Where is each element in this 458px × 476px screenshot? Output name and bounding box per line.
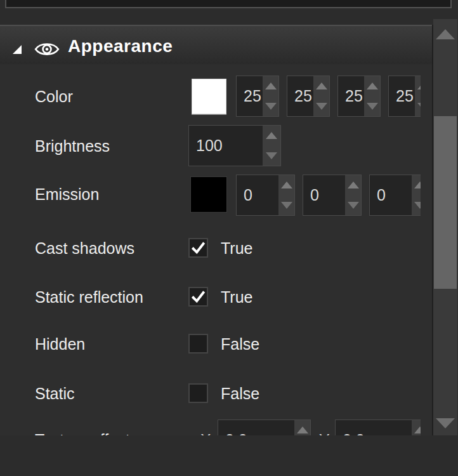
up-arrow-icon: [414, 426, 421, 433]
checkmark-icon: [191, 289, 206, 304]
down-arrow-icon: [367, 103, 378, 110]
texture-offset-x-label: X:: [200, 429, 216, 435]
spin-down-button[interactable]: [278, 195, 294, 216]
scrollbar-thumb[interactable]: [434, 116, 457, 289]
static-value: False: [221, 383, 259, 404]
emission-spinner-r[interactable]: 0: [236, 175, 295, 216]
static-label: Static: [35, 383, 75, 404]
emission-spinner-g[interactable]: 0: [303, 175, 362, 216]
up-arrow-icon: [281, 182, 292, 188]
scrollbar-up-arrow-icon[interactable]: [436, 29, 455, 39]
color-spinner-g[interactable]: 25: [287, 76, 330, 117]
up-arrow-icon: [316, 83, 327, 89]
spin-down-button[interactable]: [263, 146, 280, 166]
color-spinner-b[interactable]: 25: [337, 76, 381, 117]
up-arrow-icon: [414, 182, 421, 188]
hidden-label: Hidden: [35, 333, 85, 355]
down-arrow-icon: [348, 202, 359, 209]
down-arrow-icon: [414, 202, 421, 209]
static-reflection-value: True: [221, 286, 252, 308]
color-swatch[interactable]: [192, 79, 226, 114]
down-arrow-icon: [417, 103, 421, 110]
spin-up-button[interactable]: [364, 76, 380, 96]
brightness-label: Brightness: [35, 135, 110, 157]
spin-down-button[interactable]: [412, 195, 421, 216]
up-arrow-icon: [348, 182, 359, 188]
appearance-panel: Appearance Color 25 25 25 25: [0, 25, 432, 435]
spin-up-button[interactable]: [345, 175, 361, 195]
texture-offset-label: Texture offset: [35, 429, 130, 435]
texture-offset-x-spinner[interactable]: 0.0: [218, 420, 311, 435]
cast-shadows-label: Cast shadows: [35, 237, 134, 259]
brightness-spinner[interactable]: 100: [188, 125, 281, 166]
down-arrow-icon: [265, 103, 277, 110]
scrollbar-down-arrow-icon[interactable]: [436, 418, 455, 428]
spin-up-button[interactable]: [278, 175, 294, 195]
spin-up-button[interactable]: [294, 420, 310, 435]
emission-spinner-b[interactable]: 0: [369, 175, 421, 216]
cast-shadows-value: True: [221, 237, 252, 259]
cast-shadows-checkbox[interactable]: [188, 238, 208, 258]
color-spinner-a[interactable]: 25: [388, 76, 421, 117]
up-arrow-icon: [266, 132, 277, 139]
spin-down-button[interactable]: [313, 96, 329, 117]
spin-up-button[interactable]: [263, 76, 278, 96]
section-title: Appearance: [68, 34, 173, 58]
eye-icon: [34, 41, 60, 57]
texture-offset-y-spinner[interactable]: 0.0: [335, 420, 421, 435]
vertical-scrollbar[interactable]: [433, 19, 457, 435]
down-arrow-icon: [266, 152, 277, 159]
spin-up-button[interactable]: [263, 126, 280, 146]
color-label: Color: [35, 86, 73, 107]
spin-down-button[interactable]: [415, 96, 421, 117]
emission-label: Emission: [35, 183, 99, 205]
checkmark-icon: [191, 241, 206, 255]
emission-swatch[interactable]: [190, 176, 227, 213]
spin-down-button[interactable]: [345, 195, 361, 216]
down-arrow-icon: [281, 202, 292, 209]
texture-offset-y-label: Y:: [319, 429, 333, 435]
static-checkbox[interactable]: [188, 383, 208, 403]
appearance-section-header[interactable]: Appearance: [0, 26, 432, 64]
static-reflection-label: Static reflection: [35, 286, 143, 308]
previous-control-edge: [5, 0, 452, 8]
spin-up-button[interactable]: [313, 76, 329, 96]
hidden-value: False: [221, 333, 259, 355]
color-spinner-r[interactable]: 25: [236, 76, 279, 117]
up-arrow-icon: [417, 83, 421, 89]
spin-up-button[interactable]: [415, 76, 421, 96]
static-reflection-checkbox[interactable]: [188, 287, 208, 307]
up-arrow-icon: [297, 426, 308, 433]
spin-up-button[interactable]: [412, 420, 421, 435]
spin-down-button[interactable]: [263, 96, 278, 117]
up-arrow-icon: [265, 83, 277, 89]
spin-up-button[interactable]: [412, 175, 421, 195]
down-arrow-icon: [316, 103, 327, 110]
expander-expanded-icon[interactable]: [12, 44, 22, 55]
up-arrow-icon: [367, 83, 378, 89]
spin-down-button[interactable]: [364, 96, 380, 117]
hidden-checkbox[interactable]: [188, 334, 208, 354]
